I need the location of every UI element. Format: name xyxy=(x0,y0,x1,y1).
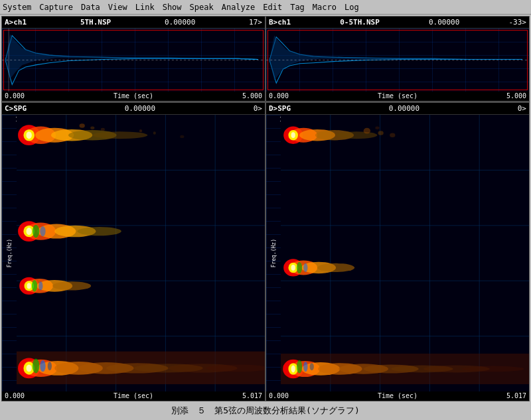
panel-c: C>SPG 0.00000 0> 1015 Freq.(Hz) xyxy=(1,102,266,401)
svg-point-40 xyxy=(32,280,37,292)
svg-point-100 xyxy=(297,360,302,374)
panel-d-time-axis: 0.000 Time (sec) 5.017 xyxy=(266,391,529,401)
svg-point-86 xyxy=(297,262,302,274)
svg-point-77 xyxy=(378,131,383,135)
panel-a-canvas xyxy=(2,29,265,92)
caption-text: 別添 ５ 第5弦の周波数分析結果(ソナグラフ) xyxy=(171,405,359,417)
panel-d-time-end: 5.017 xyxy=(506,392,526,400)
panel-b-time-axis: 0.000 Time (sec) 5.000 xyxy=(266,92,529,101)
menu-analyze[interactable]: Analyze xyxy=(222,3,256,12)
panel-a-marker: 17> xyxy=(249,18,262,27)
svg-point-54 xyxy=(33,359,39,374)
menu-link[interactable]: Link xyxy=(135,3,155,12)
panel-c-time-start: 0.000 xyxy=(5,392,25,400)
panel-c-time-label: Time (sec) xyxy=(114,392,153,400)
menu-tag[interactable]: Tag xyxy=(290,3,305,12)
panel-d-header: D>SPG 0.00000 0> xyxy=(266,103,529,115)
svg-marker-3 xyxy=(269,36,522,81)
panel-b-header: B>ch1 0-5TH.NSP 0.00000 -33> xyxy=(266,17,529,29)
panel-c-header: C>SPG 0.00000 0> xyxy=(2,103,265,115)
menu-edit[interactable]: Edit xyxy=(263,3,282,12)
menu-system[interactable]: System xyxy=(3,3,31,12)
main-content: A>ch1 5TH.NSP 0.00000 17> xyxy=(1,16,530,401)
svg-point-37 xyxy=(52,281,91,290)
panel-a-waveform xyxy=(2,29,265,92)
caption: 別添 ５ 第5弦の周波数分析結果(ソナグラフ) xyxy=(0,403,531,419)
panel-c-id: C>SPG xyxy=(5,104,27,113)
svg-rect-5 xyxy=(17,115,265,391)
svg-point-56 xyxy=(48,362,52,370)
panel-b-marker: -33> xyxy=(508,18,526,27)
panel-c-svg xyxy=(17,115,265,391)
svg-point-97 xyxy=(462,366,524,372)
panel-d-value: 0.00000 xyxy=(389,104,419,113)
svg-point-31 xyxy=(27,228,32,235)
panel-c-spectrogram: 1015 Freq.(Hz) xyxy=(2,115,265,391)
panel-a-time-start: 0.000 xyxy=(5,92,25,100)
panel-d-spectrogram: 1015 Freq.(Hz) xyxy=(266,115,529,391)
panel-c-freq-label: Freq.(Hz) xyxy=(7,239,13,267)
panel-d: D>SPG 0.00000 0> 1015 Freq.(Hz) xyxy=(266,102,530,401)
svg-point-33 xyxy=(40,226,45,236)
panel-b-value: 0.00000 xyxy=(429,18,459,27)
panel-b-time-end: 5.000 xyxy=(506,92,526,100)
svg-point-53 xyxy=(27,364,32,372)
panel-b-svg xyxy=(266,29,529,92)
svg-point-75 xyxy=(291,132,295,138)
panel-b-canvas xyxy=(266,29,529,92)
svg-point-85 xyxy=(291,265,295,271)
svg-point-23 xyxy=(90,127,94,129)
panel-a-time-axis: 0.000 Time (sec) 5.000 xyxy=(2,92,265,101)
svg-point-87 xyxy=(303,263,307,272)
menu-macro[interactable]: Macro xyxy=(313,3,337,12)
panel-d-marker: 0> xyxy=(518,104,526,113)
menu-data[interactable]: Data xyxy=(81,3,100,12)
svg-point-83 xyxy=(317,263,354,272)
panel-b-waveform xyxy=(266,29,529,92)
svg-point-21 xyxy=(27,131,32,139)
panel-a-svg xyxy=(2,29,265,92)
svg-point-32 xyxy=(33,225,39,238)
panel-d-svg xyxy=(281,115,529,391)
panel-d-time-label: Time (sec) xyxy=(378,392,417,400)
svg-point-57 xyxy=(153,131,156,134)
svg-point-19 xyxy=(92,131,147,139)
panel-b-time-label: Time (sec) xyxy=(378,92,417,100)
menu-capture[interactable]: Capture xyxy=(39,3,73,12)
panel-d-freq-label: Freq.(Hz) xyxy=(271,239,277,267)
panel-a-time-end: 5.000 xyxy=(242,92,262,100)
top-row: A>ch1 5TH.NSP 0.00000 17> xyxy=(1,16,530,102)
svg-point-29 xyxy=(77,227,121,236)
panel-a-value: 0.00000 xyxy=(165,18,195,27)
panel-d-time-start: 0.000 xyxy=(269,392,289,400)
svg-point-73 xyxy=(336,131,377,139)
svg-point-76 xyxy=(364,128,370,134)
panel-b-time-start: 0.000 xyxy=(269,92,289,100)
menu-log[interactable]: Log xyxy=(344,3,359,12)
svg-marker-0 xyxy=(5,34,258,79)
svg-rect-60 xyxy=(281,115,529,391)
menu-view[interactable]: View xyxy=(108,3,127,12)
menubar: System Capture Data View Link Show Speak… xyxy=(0,0,531,15)
panel-a-time-label: Time (sec) xyxy=(114,92,153,100)
svg-point-101 xyxy=(303,362,307,372)
svg-point-58 xyxy=(180,135,184,138)
panel-c-marker: 0> xyxy=(254,104,262,113)
svg-point-59 xyxy=(139,129,142,132)
menu-show[interactable]: Show xyxy=(163,3,182,12)
panel-c-value: 0.00000 xyxy=(125,104,155,113)
svg-point-102 xyxy=(310,363,314,370)
panel-a-id: A>ch1 xyxy=(5,18,27,27)
menu-speak[interactable]: Speak xyxy=(190,3,214,12)
svg-point-22 xyxy=(80,123,85,128)
svg-point-79 xyxy=(375,127,379,129)
svg-point-24 xyxy=(101,128,105,131)
panel-b: B>ch1 0-5TH.NSP 0.00000 -33> xyxy=(266,16,530,102)
panel-c-time-axis: 0.000 Time (sec) 5.017 xyxy=(2,391,265,401)
panel-a: A>ch1 5TH.NSP 0.00000 17> xyxy=(1,16,266,102)
panel-b-id: B>ch1 xyxy=(269,18,291,27)
panel-a-header: A>ch1 5TH.NSP 0.00000 17> xyxy=(2,17,265,29)
svg-point-78 xyxy=(390,133,395,137)
svg-point-55 xyxy=(40,360,45,372)
panel-b-label: 0-5TH.NSP xyxy=(340,18,380,27)
